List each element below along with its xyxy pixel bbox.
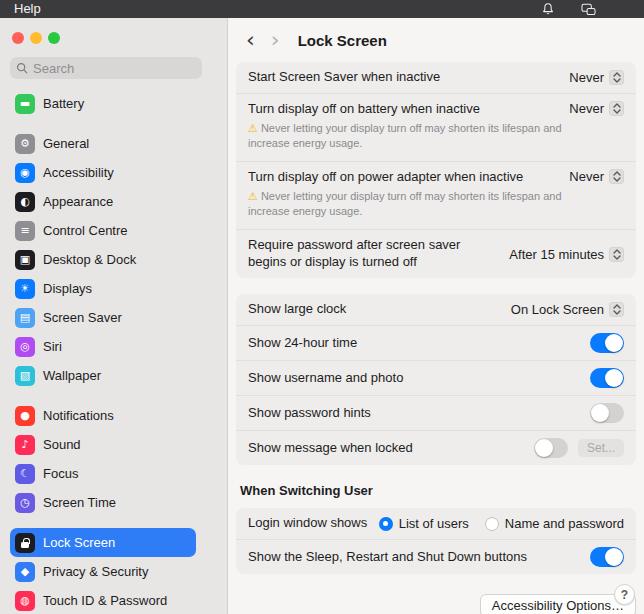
sidebar-item-control-centre[interactable]: ≡ Control Centre [10, 216, 196, 245]
close-button[interactable] [12, 32, 24, 44]
sidebar-item-lock-screen[interactable]: Lock Screen [10, 528, 196, 557]
warning-icon: ⚠ [248, 122, 258, 135]
radio-selected-icon [379, 517, 393, 531]
screen-time-icon: ◷ [15, 493, 35, 513]
display-off-power-dropdown[interactable]: Never [569, 169, 624, 184]
search-placeholder: Search [33, 61, 74, 76]
window-controls [10, 32, 227, 44]
setting-row-sleep-restart-shutdown: Show the Sleep, Restart and Shut Down bu… [236, 539, 636, 574]
sleep-restart-shutdown-toggle[interactable] [590, 547, 624, 567]
search-icon [16, 62, 28, 74]
section-title-switching-user: When Switching User [240, 483, 632, 498]
screen-mirroring-icon[interactable] [580, 1, 596, 17]
chevron-updown-icon [609, 101, 624, 116]
setting-row-large-clock: Show large clock On Lock Screen [236, 294, 636, 325]
touch-id-icon: ◍ [15, 591, 35, 611]
screensaver-display-group: Start Screen Saver when inactive Never T… [236, 62, 636, 278]
lock-screen-options-group: Show large clock On Lock Screen Show 24-… [236, 294, 636, 465]
chevron-updown-icon [609, 302, 624, 317]
setting-row-require-password: Require password after screen saver begi… [236, 229, 636, 278]
sidebar: Search ▬ Battery ⚙ General ◉ Accessibili… [0, 18, 228, 614]
control-centre-icon: ≡ [15, 221, 35, 241]
help-button[interactable]: ? [614, 584, 635, 605]
switching-user-group: Login window shows List of users Name an… [236, 508, 636, 574]
message-when-locked-toggle[interactable] [534, 438, 568, 458]
sidebar-item-siri[interactable]: ◎ Siri [10, 332, 196, 361]
settings-body: Start Screen Saver when inactive Never T… [228, 62, 644, 614]
24-hour-time-toggle[interactable] [590, 333, 624, 353]
panel-header: ‹ › Lock Screen [228, 18, 644, 62]
notifications-icon: ● [15, 406, 35, 426]
zoom-button[interactable] [48, 32, 60, 44]
chevron-updown-icon [609, 247, 624, 262]
sidebar-item-accessibility[interactable]: ◉ Accessibility [10, 158, 196, 187]
sidebar-item-battery[interactable]: ▬ Battery [10, 89, 196, 118]
sidebar-item-wallpaper[interactable]: ▧ Wallpaper [10, 361, 196, 390]
chevron-updown-icon [609, 169, 624, 184]
focus-icon: ☾ [15, 464, 35, 484]
search-input[interactable]: Search [10, 57, 202, 79]
sidebar-item-focus[interactable]: ☾ Focus [10, 459, 196, 488]
radio-unselected-icon [485, 517, 499, 531]
sidebar-item-desktop-dock[interactable]: ▣ Desktop & Dock [10, 245, 196, 274]
warning-caption: ⚠Never letting your display turn off may… [248, 189, 593, 219]
sidebar-item-screen-saver[interactable]: ▤ Screen Saver [10, 303, 196, 332]
sidebar-item-sound[interactable]: ♪ Sound [10, 430, 196, 459]
bell-icon[interactable] [540, 1, 556, 17]
screen-saver-icon: ▤ [15, 308, 35, 328]
footer-actions: Accessibility Options… [236, 594, 636, 614]
desktop-dock-icon: ▣ [15, 250, 35, 270]
menu-bar: Help [0, 0, 644, 18]
chevron-updown-icon [609, 70, 624, 85]
setting-row-username-photo: Show username and photo [236, 360, 636, 395]
radio-list-of-users[interactable]: List of users [379, 516, 469, 531]
system-settings-window: Search ▬ Battery ⚙ General ◉ Accessibili… [0, 18, 644, 614]
menu-help[interactable]: Help [14, 0, 41, 18]
menubar-status-icons [540, 0, 596, 18]
warning-icon: ⚠ [248, 190, 258, 203]
setting-row-display-off-battery: Turn display off on battery when inactiv… [236, 93, 636, 161]
minimize-button[interactable] [30, 32, 42, 44]
sound-icon: ♪ [15, 435, 35, 455]
setting-row-24-hour: Show 24-hour time [236, 325, 636, 360]
sidebar-item-screen-time[interactable]: ◷ Screen Time [10, 488, 196, 517]
set-message-button[interactable]: Set... [578, 439, 624, 457]
sidebar-item-displays[interactable]: ☀ Displays [10, 274, 196, 303]
large-clock-dropdown[interactable]: On Lock Screen [511, 302, 624, 317]
username-photo-toggle[interactable] [590, 368, 624, 388]
login-window-radio-group: List of users Name and password [379, 516, 624, 531]
main-panel: ‹ › Lock Screen Start Screen Saver when … [228, 18, 644, 614]
warning-caption: ⚠Never letting your display turn off may… [248, 121, 593, 151]
display-off-battery-dropdown[interactable]: Never [569, 101, 624, 116]
forward-button[interactable]: › [263, 29, 288, 51]
sidebar-item-privacy-security[interactable]: ◆ Privacy & Security [10, 557, 196, 586]
require-password-dropdown[interactable]: After 15 minutes [509, 247, 624, 262]
sidebar-item-appearance[interactable]: ◐ Appearance [10, 187, 196, 216]
lock-icon [15, 533, 35, 553]
privacy-security-icon: ◆ [15, 562, 35, 582]
setting-row-login-window: Login window shows List of users Name an… [236, 508, 636, 539]
setting-row-password-hints: Show password hints [236, 395, 636, 430]
appearance-icon: ◐ [15, 192, 35, 212]
sidebar-nav: ▬ Battery ⚙ General ◉ Accessibility ◐ Ap… [10, 89, 196, 614]
screensaver-dropdown[interactable]: Never [569, 70, 624, 85]
gear-icon: ⚙ [15, 134, 35, 154]
accessibility-icon: ◉ [15, 163, 35, 183]
page-title: Lock Screen [298, 32, 387, 49]
battery-icon: ▬ [15, 94, 35, 114]
sidebar-item-general[interactable]: ⚙ General [10, 129, 196, 158]
password-hints-toggle[interactable] [590, 403, 624, 423]
displays-icon: ☀ [15, 279, 35, 299]
sidebar-item-notifications[interactable]: ● Notifications [10, 401, 196, 430]
radio-name-and-password[interactable]: Name and password [485, 516, 624, 531]
setting-row-display-off-power: Turn display off on power adapter when i… [236, 161, 636, 229]
back-button[interactable]: ‹ [238, 29, 263, 51]
wallpaper-icon: ▧ [15, 366, 35, 386]
sidebar-item-touch-id[interactable]: ◍ Touch ID & Password [10, 586, 196, 614]
setting-row-screensaver: Start Screen Saver when inactive Never [236, 62, 636, 93]
setting-row-message-when-locked: Show message when locked Set... [236, 430, 636, 465]
accessibility-options-button[interactable]: Accessibility Options… [480, 594, 636, 614]
siri-icon: ◎ [15, 337, 35, 357]
